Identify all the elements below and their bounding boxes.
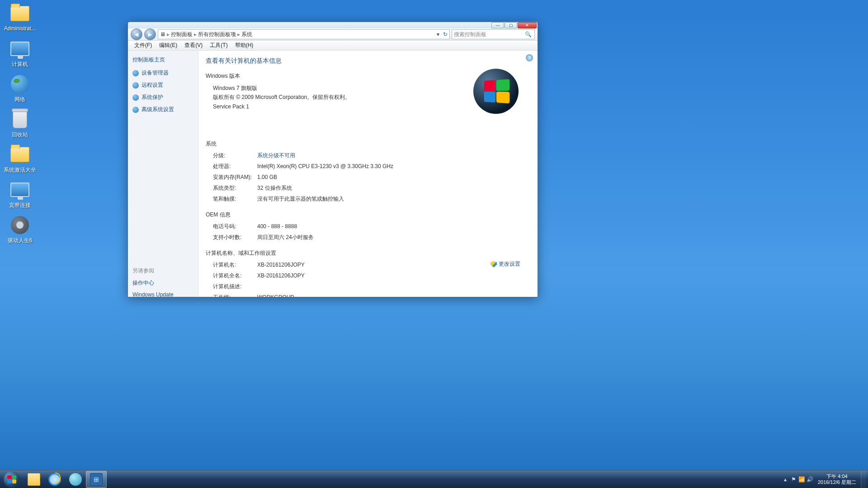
taskbar-ie[interactable] [44, 471, 65, 488]
menu-help[interactable]: 帮助(H) [231, 41, 257, 50]
tray-flag-icon[interactable]: ⚑ [790, 476, 797, 483]
link-windows-update[interactable]: Windows Update [132, 291, 193, 297]
desktop-icon-driver[interactable]: 驱动人生6 [3, 214, 37, 244]
address-dropdown-icon[interactable]: ▾ [435, 31, 441, 38]
refresh-icon[interactable]: ↻ [443, 31, 448, 38]
sidebar-advanced-settings[interactable]: 高级系统设置 [132, 106, 193, 113]
window-body: 控制面板主页 设备管理器 远程设置 系统保护 高级系统设置 另请参阅 操作中心 … [128, 51, 538, 297]
computer-icon: 🖥 [160, 31, 165, 38]
start-button[interactable] [0, 470, 24, 488]
sidebar-remote-settings[interactable]: 远程设置 [132, 81, 193, 89]
forward-button[interactable]: ► [144, 28, 156, 40]
navbar: ◄ ► 🖥▸ 控制面板▸ 所有控制面板项▸ 系统 ▾ ↻ 搜索控制面板 🔍 [128, 28, 538, 41]
taskbar-explorer[interactable] [24, 471, 44, 488]
folder-icon [28, 473, 40, 486]
sidebar-device-manager[interactable]: 设备管理器 [132, 69, 193, 77]
rating-link[interactable]: 系统分级不可用 [257, 151, 529, 160]
desktop-icon-computer[interactable]: 计算机 [3, 38, 37, 68]
change-settings-link[interactable]: 更改设置 [491, 260, 520, 268]
bullet-icon [132, 94, 139, 101]
system-icon: ⊞ [90, 473, 103, 486]
maximize-button[interactable]: ▢ [505, 22, 517, 28]
bullet-icon [132, 70, 139, 76]
tray-volume-icon[interactable]: 🔊 [806, 476, 813, 483]
menubar: 文件(F) 编辑(E) 查看(V) 工具(T) 帮助(H) [128, 41, 538, 51]
desktop-icon-admin[interactable]: Administrat... [3, 3, 37, 32]
sidebar-system-protection[interactable]: 系统保护 [132, 94, 193, 101]
sidebar: 控制面板主页 设备管理器 远程设置 系统保护 高级系统设置 另请参阅 操作中心 … [128, 51, 198, 297]
close-button[interactable]: ✕ [518, 22, 537, 28]
link-action-center[interactable]: 操作中心 [132, 279, 193, 287]
breadcrumb-item[interactable]: 控制面板 [171, 31, 193, 38]
search-input[interactable]: 搜索控制面板 🔍 [452, 29, 535, 39]
windows-orb-logo [473, 69, 519, 114]
section-system: 系统 分级:系统分级不可用 处理器:Intel(R) Xeon(R) CPU E… [206, 140, 529, 203]
page-title: 查看有关计算机的基本信息 [206, 57, 529, 65]
desktop-icon-recycle[interactable]: 回收站 [3, 108, 37, 139]
menu-tools[interactable]: 工具(T) [206, 41, 231, 50]
breadcrumb-item[interactable]: 所有控制面板项 [198, 31, 236, 38]
bullet-icon [132, 107, 139, 113]
breadcrumb-item[interactable]: 系统 [241, 31, 252, 38]
cloud-icon [69, 473, 82, 486]
desktop-icon-activation[interactable]: 系统激活大全 [3, 144, 37, 174]
taskbar-app[interactable] [65, 471, 86, 488]
control-panel-window: — ▢ ✕ ◄ ► 🖥▸ 控制面板▸ 所有控制面板项▸ 系统 ▾ ↻ 搜索控制面… [127, 22, 538, 297]
titlebar[interactable]: — ▢ ✕ [128, 22, 538, 28]
desktop-icon-broadband[interactable]: 宽带连接 [3, 179, 37, 209]
section-computer-name: 计算机名称、域和工作组设置 更改设置 计算机名:XB-20161206JOPY … [206, 249, 529, 297]
taskbar-system[interactable]: ⊞ [86, 471, 107, 488]
content-pane: ? 查看有关计算机的基本信息 Windows 版本 Windows 7 旗舰版 … [198, 51, 538, 297]
see-also-header: 另请参阅 [132, 267, 193, 275]
bullet-icon [132, 82, 139, 89]
taskbar-clock[interactable]: 下午 4:04 2016/12/6 星期二 [814, 474, 860, 485]
menu-file[interactable]: 文件(F) [131, 41, 156, 50]
address-bar[interactable]: 🖥▸ 控制面板▸ 所有控制面板项▸ 系统 ▾ ↻ [158, 29, 450, 39]
taskbar: ⊞ ▴ ⚑ 📶 🔊 下午 4:04 2016/12/6 星期二 [0, 470, 868, 488]
search-icon[interactable]: 🔍 [525, 31, 532, 38]
help-icon[interactable]: ? [526, 54, 533, 61]
back-button[interactable]: ◄ [131, 28, 142, 40]
section-oem: OEM 信息 电话号码:400 - 888 - 8888 支持小时数:周日至周六… [206, 211, 529, 241]
sidebar-home[interactable]: 控制面板主页 [132, 56, 193, 64]
menu-edit[interactable]: 编辑(E) [156, 41, 181, 50]
tray-overflow-icon[interactable]: ▴ [782, 476, 789, 483]
minimize-button[interactable]: — [491, 22, 504, 28]
system-tray: ▴ ⚑ 📶 🔊 下午 4:04 2016/12/6 星期二 [782, 471, 868, 488]
shield-icon [491, 261, 497, 267]
ie-icon [48, 473, 61, 486]
menu-view[interactable]: 查看(V) [181, 41, 206, 50]
show-desktop-button[interactable] [861, 471, 866, 488]
tray-network-icon[interactable]: 📶 [798, 476, 805, 483]
desktop-icon-network[interactable]: 网络 [3, 73, 37, 103]
